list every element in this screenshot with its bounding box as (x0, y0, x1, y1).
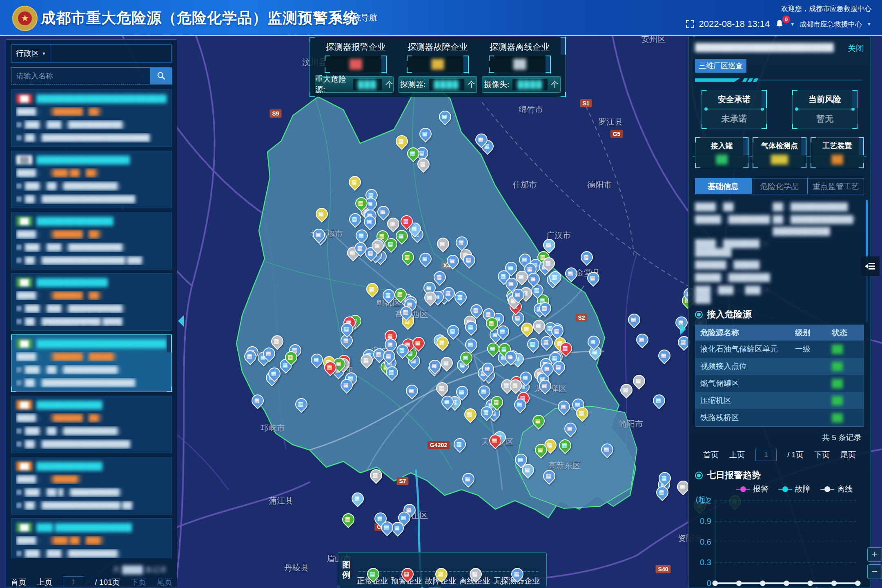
chevron-down-icon[interactable]: ▼ (790, 22, 795, 27)
map-pin[interactable]: ▦ (655, 486, 668, 502)
map-pin[interactable]: ▦ (496, 325, 508, 341)
company-card[interactable]: ██ ██████████████ ████：【██████ · ██】 ███… (11, 212, 172, 270)
map-pin[interactable]: ▦ (363, 215, 375, 231)
map-pin[interactable]: ▦ (552, 360, 564, 376)
page-input[interactable] (755, 449, 777, 461)
legend-item[interactable]: 故障 (778, 484, 811, 494)
map-pin[interactable]: ▦ (532, 414, 544, 430)
map-pin[interactable]: ▦ (406, 147, 419, 163)
table-row[interactable]: 压缩机区 ██ (695, 392, 864, 409)
map-pin[interactable]: ▦ (538, 379, 550, 395)
map-pin[interactable]: ▦ (488, 434, 501, 450)
map-pin[interactable]: ▦ (341, 512, 354, 529)
map-pin[interactable]: ▦ (541, 362, 553, 378)
map-pin[interactable]: ▦ (461, 472, 474, 488)
map-pin[interactable]: ▦ (369, 468, 381, 485)
map-pin[interactable]: ▦ (351, 492, 363, 508)
map-pin[interactable]: ▦ (365, 282, 378, 298)
map-pin[interactable]: ▦ (542, 469, 555, 486)
map-pin[interactable]: ▦ (619, 383, 632, 399)
map-pin[interactable]: ▦ (474, 133, 487, 149)
map-pin[interactable]: ▦ (511, 288, 523, 304)
map-pin[interactable]: ▦ (520, 322, 532, 338)
map-pin[interactable]: ▦ (419, 127, 431, 143)
page-first[interactable]: 首页 (11, 577, 26, 588)
map-pin[interactable]: ▦ (534, 443, 546, 459)
map-pin[interactable]: ▦ (371, 239, 383, 255)
close-button[interactable]: 关闭 (848, 43, 864, 54)
map-pin[interactable]: ▦ (677, 335, 689, 352)
map-pin[interactable]: ▦ (251, 394, 263, 410)
map-pin[interactable]: ▦ (486, 342, 499, 358)
map-pin[interactable]: ▦ (540, 335, 552, 352)
map-pin[interactable]: ▦ (395, 134, 407, 151)
map-pin[interactable]: ▦ (580, 250, 592, 267)
map-pin[interactable]: ▦ (454, 290, 466, 307)
map-pin[interactable]: ▦ (542, 238, 555, 254)
map-pin[interactable]: ▦ (399, 305, 412, 322)
panel-toggle-button[interactable] (861, 256, 880, 276)
map-pin[interactable]: ▦ (652, 394, 664, 410)
region-filter-label[interactable]: 行政区▼ (11, 45, 51, 62)
map-pin[interactable]: ▦ (513, 398, 526, 414)
map-pin[interactable]: ▦ (312, 228, 324, 244)
map-zoom-out-button[interactable]: − (867, 564, 882, 579)
map-pin[interactable]: ▦ (526, 337, 539, 354)
page-first[interactable]: 首页 (703, 450, 719, 460)
map-pin[interactable]: ▦ (548, 270, 561, 287)
map-pin[interactable]: ▦ (558, 439, 570, 455)
map-pin[interactable]: ▦ (315, 207, 327, 223)
map-pin[interactable]: ▦ (462, 253, 474, 270)
map-pin[interactable]: ▦ (538, 301, 550, 318)
search-input[interactable] (11, 67, 151, 85)
page-prev[interactable]: 上页 (729, 450, 745, 460)
page-last[interactable]: 尾页 (157, 577, 172, 588)
page-prev[interactable]: 上页 (37, 577, 52, 588)
notification-bell-icon[interactable]: 0 (775, 19, 785, 29)
company-card[interactable]: ██ █████████████████ ████：【███ ██ · ██】 … (11, 151, 172, 208)
map-pin[interactable]: ▦ (262, 347, 274, 363)
table-row[interactable]: 视频接入点位 ██ (695, 358, 864, 375)
map-pin[interactable]: ▦ (632, 374, 644, 390)
map-pin[interactable]: ▦ (267, 367, 280, 383)
map-pin[interactable]: ▦ (455, 236, 467, 252)
map-pin[interactable]: ▦ (635, 333, 648, 349)
sidebar-collapse-handle[interactable] (178, 315, 184, 327)
map-pin[interactable]: ▦ (557, 400, 569, 416)
tab-0[interactable]: 基础信息 (695, 178, 751, 194)
map-pin[interactable]: ▦ (627, 313, 639, 329)
user-menu[interactable]: 成都市应急救援中心 (800, 20, 862, 29)
nav-system-menu[interactable]: 系统导航 (334, 12, 377, 23)
map-pin[interactable]: ▦ (354, 196, 367, 213)
map-pin[interactable]: ▦ (463, 408, 476, 424)
map-pin[interactable]: ▦ (354, 241, 366, 258)
map-pin[interactable]: ▦ (386, 217, 399, 233)
map-pin[interactable]: ▦ (657, 349, 670, 365)
map-pin[interactable]: ▦ (400, 214, 412, 231)
map-pin[interactable]: ▦ (480, 405, 492, 422)
company-card[interactable]: ██ ███ ██████████████ ████：【███ ██ · ███… (11, 518, 172, 558)
page-last[interactable]: 尾页 (840, 450, 856, 460)
table-row[interactable]: 铁路栈桥区 ██ (695, 409, 864, 426)
map-pin[interactable]: ▦ (340, 378, 352, 394)
map-pin[interactable]: ▦ (587, 335, 599, 351)
map-pin[interactable]: ▦ (310, 353, 322, 369)
page-input[interactable] (63, 576, 84, 588)
map-pin[interactable]: ▦ (340, 322, 352, 339)
legend-item[interactable]: 报警 (736, 484, 768, 494)
map-pin[interactable]: ▦ (521, 463, 533, 479)
map-pin[interactable]: ▦ (559, 341, 571, 358)
page-next[interactable]: 下页 (131, 577, 146, 588)
map-pin[interactable]: ▦ (527, 272, 539, 288)
map-pin[interactable]: ▦ (412, 336, 424, 352)
map-pin[interactable]: ▦ (401, 250, 413, 267)
map-pin[interactable]: ▦ (380, 521, 392, 537)
chevron-down-icon[interactable]: ▼ (867, 22, 871, 27)
company-card[interactable]: ██ ████████████ ████：【██████ · ██】 ███：█… (11, 396, 172, 453)
map-pin[interactable]: ▦ (348, 212, 361, 229)
tab-1[interactable]: 危险化学品 (751, 178, 808, 194)
map-pin[interactable]: ▦ (440, 356, 452, 372)
map-pin[interactable]: ▦ (419, 252, 431, 268)
map-pin[interactable]: ▦ (405, 384, 417, 400)
map-pin[interactable]: ▦ (532, 319, 544, 335)
